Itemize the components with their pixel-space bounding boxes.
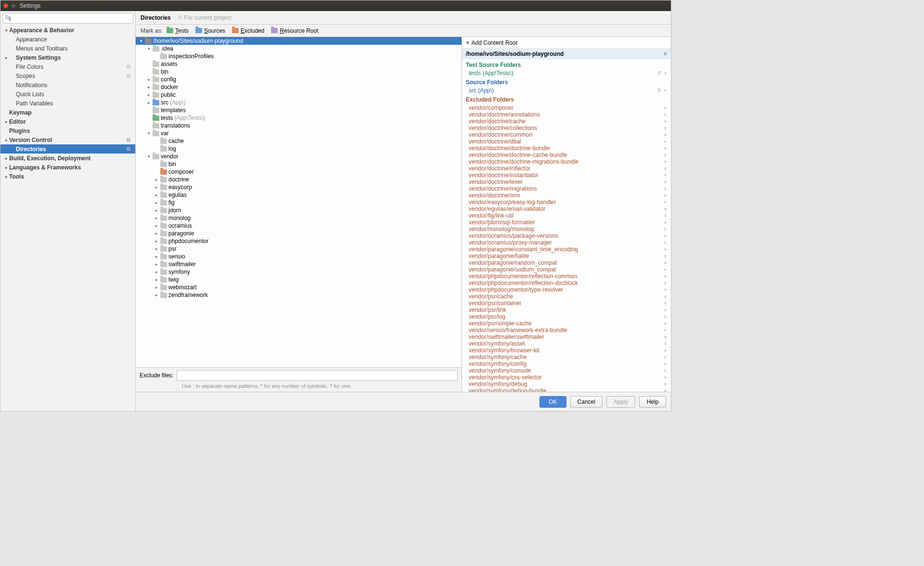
tree-toggle-icon[interactable]: ▸: [154, 293, 159, 297]
tree-toggle-icon[interactable]: ▸: [154, 216, 159, 220]
tree-toggle-icon[interactable]: ▸: [154, 239, 159, 244]
tree-row[interactable]: ▸webmozart: [136, 283, 462, 291]
tree-row[interactable]: ▸phpdocumentor: [136, 237, 462, 245]
remove-icon[interactable]: ×: [664, 273, 667, 279]
folder-entry[interactable]: vendor/doctrine/orm×: [466, 192, 667, 199]
tree-row[interactable]: templates: [136, 106, 462, 114]
remove-icon[interactable]: ×: [664, 139, 667, 144]
remove-icon[interactable]: ×: [664, 280, 667, 286]
folder-entry[interactable]: vendor/ocramius/proxy-manager×: [466, 239, 667, 246]
mark-as-resource-root[interactable]: Resource Root: [271, 27, 318, 34]
tree-toggle-icon[interactable]: ▸: [146, 100, 151, 105]
tree-toggle-icon[interactable]: ▸: [154, 208, 159, 213]
tree-row[interactable]: ▸doctrine: [136, 176, 462, 183]
folder-entry[interactable]: vendor/doctrine/doctrine-cache-bundle×: [466, 152, 667, 158]
settings-nav-item[interactable]: Plugins: [0, 126, 135, 135]
minimize-icon[interactable]: [11, 3, 16, 8]
remove-icon[interactable]: ×: [664, 118, 667, 124]
tree-row[interactable]: ▸egulias: [136, 191, 462, 199]
remove-icon[interactable]: ×: [664, 354, 667, 360]
remove-icon[interactable]: ×: [664, 125, 667, 131]
tree-toggle-icon[interactable]: ▸: [154, 177, 159, 182]
tree-toggle-icon[interactable]: ▸: [146, 77, 151, 82]
remove-icon[interactable]: ×: [664, 260, 667, 266]
tree-row[interactable]: assets: [136, 60, 462, 68]
folder-entry[interactable]: vendor/sensio/framework-extra-bundle×: [466, 327, 667, 334]
remove-icon[interactable]: ×: [664, 132, 667, 138]
tree-toggle-icon[interactable]: ▸: [154, 231, 159, 236]
folder-entry[interactable]: vendor/symfony/debug×: [466, 381, 667, 387]
tree-row[interactable]: bin: [136, 68, 462, 76]
folder-entry[interactable]: vendor/doctrine/collections×: [466, 125, 667, 131]
folder-entry[interactable]: vendor/egulias/email-validator×: [466, 206, 667, 212]
folder-entry[interactable]: vendor/paragonie/constant_time_encoding×: [466, 246, 667, 253]
folder-entry[interactable]: vendor/psr/container×: [466, 300, 667, 307]
remove-icon[interactable]: ×: [664, 334, 667, 340]
folder-entry[interactable]: vendor/doctrine/dbal×: [466, 138, 667, 145]
settings-nav-item[interactable]: ▸System Settings: [0, 53, 135, 62]
tree-row[interactable]: ▸config: [136, 76, 462, 83]
folder-entry[interactable]: vendor/symfony/console×: [466, 367, 667, 374]
tree-row[interactable]: ▾var: [136, 129, 462, 137]
remove-icon[interactable]: ×: [664, 374, 667, 380]
settings-nav-item[interactable]: ▸Languages & Frameworks: [0, 163, 135, 172]
folder-entry[interactable]: vendor/symfony/cache×: [466, 354, 667, 360]
folder-entry[interactable]: vendor/doctrine/cache×: [466, 118, 667, 125]
remove-icon[interactable]: ×: [664, 267, 667, 272]
settings-nav-item[interactable]: Keymap: [0, 108, 135, 117]
folder-entry[interactable]: tests (App\Tests\)P×: [466, 70, 667, 77]
folder-entry[interactable]: vendor/doctrine/doctrine-bundle×: [466, 145, 667, 152]
remove-icon[interactable]: ×: [664, 240, 667, 245]
tree-toggle-icon[interactable]: ▾: [146, 131, 151, 136]
folder-entry[interactable]: vendor/monolog/monolog×: [466, 226, 667, 232]
mark-as-excluded[interactable]: Excluded: [232, 27, 264, 34]
tree-row[interactable]: composer: [136, 168, 462, 176]
folder-entry[interactable]: vendor/composer×: [466, 104, 667, 111]
remove-icon[interactable]: ×: [664, 193, 667, 198]
folder-entry[interactable]: vendor/doctrine/common×: [466, 131, 667, 138]
remove-icon[interactable]: ×: [664, 347, 667, 353]
remove-icon[interactable]: ×: [664, 70, 667, 76]
tree-toggle-icon[interactable]: ▸: [154, 270, 159, 274]
tree-row[interactable]: ▸swiftmailer: [136, 260, 462, 268]
folder-entry[interactable]: src (App\)P×: [466, 87, 667, 94]
tree-toggle-icon[interactable]: ▸: [154, 254, 159, 259]
remove-icon[interactable]: ×: [664, 294, 667, 299]
tree-toggle-icon[interactable]: ▸: [154, 223, 159, 228]
remove-icon[interactable]: ×: [664, 219, 667, 225]
folder-entry[interactable]: vendor/psr/cache×: [466, 293, 667, 300]
tree-row[interactable]: ▸easycorp: [136, 183, 462, 191]
tree-row[interactable]: ▸zendframework: [136, 291, 462, 299]
tree-toggle-icon[interactable]: ▸: [146, 92, 151, 97]
tree-row[interactable]: ▾/home/ivo/Sites/sodium-playground: [136, 37, 462, 45]
settings-nav-item[interactable]: ▸Version Control⧉: [0, 135, 135, 144]
remove-icon[interactable]: ×: [664, 206, 667, 212]
folder-entry[interactable]: vendor/phpdocumentor/reflection-common×: [466, 273, 667, 280]
remove-icon[interactable]: ×: [664, 172, 667, 178]
tree-toggle-icon[interactable]: ▸: [154, 285, 159, 290]
folder-entry[interactable]: vendor/doctrine/lexer×: [466, 179, 667, 185]
tree-toggle-icon[interactable]: ▸: [154, 200, 159, 205]
remove-icon[interactable]: ×: [664, 105, 667, 111]
remove-icon[interactable]: ×: [664, 199, 667, 205]
folder-entry[interactable]: vendor/symfony/asset×: [466, 340, 667, 347]
remove-icon[interactable]: ×: [664, 321, 667, 326]
folder-entry[interactable]: vendor/easycorp/easy-log-handler×: [466, 199, 667, 206]
settings-nav-item[interactable]: Appearance: [0, 35, 135, 44]
remove-icon[interactable]: ×: [664, 246, 667, 252]
tree-row[interactable]: ▸ocramius: [136, 222, 462, 230]
cancel-button[interactable]: Cancel: [570, 396, 603, 408]
tree-row[interactable]: ▸src (App\): [136, 99, 462, 106]
folder-entry[interactable]: vendor/psr/simple-cache×: [466, 320, 667, 327]
settings-nav-item[interactable]: ▸Build, Execution, Deployment: [0, 154, 135, 163]
settings-nav-item[interactable]: File Colors⧉: [0, 62, 135, 71]
remove-icon[interactable]: ×: [664, 186, 667, 192]
close-icon[interactable]: [3, 3, 8, 8]
content-root-path[interactable]: /home/ivo/Sites/sodium-playground×: [462, 49, 671, 59]
tree-row[interactable]: ▸paragonie: [136, 230, 462, 237]
folder-entry[interactable]: vendor/jdorn/sql-formatter×: [466, 219, 667, 226]
folder-entry[interactable]: vendor/fig/link-util×: [466, 212, 667, 219]
tree-toggle-icon[interactable]: ▸: [154, 262, 159, 267]
folder-entry[interactable]: vendor/paragonie/sodium_compat×: [466, 266, 667, 273]
folder-entry[interactable]: vendor/phpdocumentor/type-resolver×: [466, 286, 667, 293]
